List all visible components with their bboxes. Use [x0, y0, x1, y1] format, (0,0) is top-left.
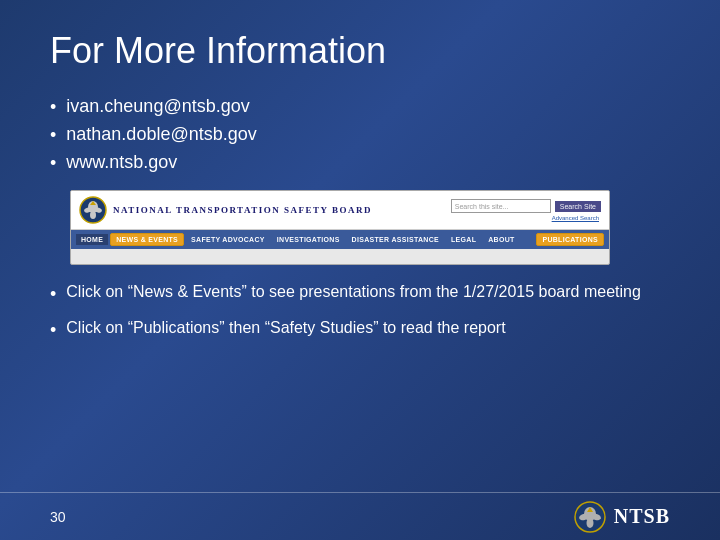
website-url: www.ntsb.gov [66, 152, 177, 173]
svg-point-5 [90, 211, 96, 219]
nav-home[interactable]: HOME [76, 234, 108, 245]
search-box[interactable]: Search this site... [451, 199, 551, 213]
screenshot-logo-area: NATIONAL TRANSPORTATION SAFETY BOARD [79, 196, 372, 224]
screenshot-search: Search this site... Search Site [451, 199, 601, 213]
nav-news-events[interactable]: NEWS & EVENTS [110, 233, 184, 246]
nav-investigations[interactable]: INVESTIGATIONS [272, 234, 345, 245]
slide-footer: 30 NTSB [0, 492, 720, 540]
bullet-dot: • [50, 318, 56, 343]
ntsb-text-label: NTSB [614, 505, 670, 528]
slide-number: 30 [50, 509, 66, 525]
eagle-icon [79, 196, 107, 224]
list-item-news-events: • Click on “News & Events” to see presen… [50, 281, 670, 307]
bullet-dot: • [50, 282, 56, 307]
news-events-text: Click on “News & Events” to see presenta… [66, 281, 641, 303]
bottom-bullet-list: • Click on “News & Events” to see presen… [50, 281, 670, 343]
email-nathan: nathan.doble@ntsb.gov [66, 124, 256, 145]
page-title: For More Information [50, 30, 670, 72]
bullet-dot: • [50, 153, 56, 174]
nav-safety-advocacy[interactable]: SAFETY ADVOCACY [186, 234, 270, 245]
search-col: Search this site... Search Site Advanced… [451, 199, 601, 221]
bullet-dot: • [50, 97, 56, 118]
screenshot-header: NATIONAL TRANSPORTATION SAFETY BOARD Sea… [71, 191, 609, 230]
slide: For More Information • ivan.cheung@ntsb.… [0, 0, 720, 540]
nav-publications[interactable]: PUBLICATIONS [536, 233, 604, 246]
ntsb-logo-footer: NTSB [574, 501, 670, 533]
ntsb-badge-icon [574, 501, 606, 533]
bullet-dot: • [50, 125, 56, 146]
list-item: • www.ntsb.gov [50, 152, 670, 174]
list-item-publications: • Click on “Publications” then “Safety S… [50, 317, 670, 343]
ntsb-website-screenshot: NATIONAL TRANSPORTATION SAFETY BOARD Sea… [70, 190, 610, 265]
nav-about[interactable]: ABOUT [483, 234, 519, 245]
screenshot-nav: HOME NEWS & EVENTS SAFETY ADVOCACY INVES… [71, 230, 609, 249]
svg-point-11 [586, 518, 593, 528]
top-bullet-list: • ivan.cheung@ntsb.gov • nathan.doble@nt… [50, 96, 670, 174]
search-button[interactable]: Search Site [555, 201, 601, 212]
list-item: • nathan.doble@ntsb.gov [50, 124, 670, 146]
email-ivan: ivan.cheung@ntsb.gov [66, 96, 249, 117]
ntsb-org-name: NATIONAL TRANSPORTATION SAFETY BOARD [113, 205, 372, 215]
publications-text: Click on “Publications” then “Safety Stu… [66, 317, 505, 339]
nav-disaster-assistance[interactable]: DISASTER ASSISTANCE [347, 234, 444, 245]
advanced-search-link[interactable]: Advanced Search [552, 215, 599, 221]
list-item: • ivan.cheung@ntsb.gov [50, 96, 670, 118]
nav-legal[interactable]: LEGAL [446, 234, 481, 245]
